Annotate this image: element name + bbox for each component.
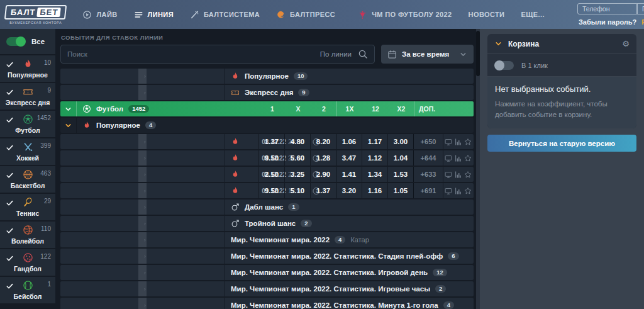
sidebar-item-baseball[interactable]: 1 Бейсбол bbox=[0, 277, 55, 303]
expand-toggle[interactable] bbox=[60, 85, 225, 100]
sidebar-item-football[interactable]: 1452 Футбол bbox=[0, 111, 55, 137]
group-row-content[interactable]: Экспресс дня 9 bbox=[225, 85, 474, 100]
league-row-content[interactable]: Тройной шанс 2 bbox=[225, 216, 474, 231]
odd-cell-x[interactable]: 3.25 bbox=[284, 167, 310, 182]
league-row-content[interactable]: Дабл шанс 1 bbox=[225, 199, 474, 215]
extra-markets-count[interactable]: +644 bbox=[413, 150, 443, 166]
statistics-icon[interactable] bbox=[454, 138, 463, 146]
sidebar-item-basketball[interactable]: 463 Баскетбол bbox=[0, 166, 55, 193]
favorite-star-icon[interactable] bbox=[464, 187, 472, 195]
odd-cell-1x[interactable]: 3.47 bbox=[336, 150, 362, 166]
check-icon[interactable] bbox=[6, 227, 14, 235]
odd-cell-12[interactable]: 1.16 bbox=[362, 183, 387, 198]
baltbet-logo[interactable]: БАЛТ БЕТ БУКМЕКЕРСКАЯ КОНТОРА bbox=[5, 5, 66, 25]
menu-item-line[interactable]: ЛИНИЯ bbox=[134, 10, 174, 20]
subgroup-row-content[interactable]: Популярное 4 bbox=[77, 118, 474, 133]
odd-cell-1[interactable]: 9.50 bbox=[258, 150, 284, 166]
check-icon[interactable] bbox=[6, 143, 14, 152]
sidebar-item-volleyball[interactable]: 110 Волейбол bbox=[0, 222, 55, 248]
broadcast-monitor-icon[interactable] bbox=[444, 154, 453, 162]
match-row-content[interactable]: Палермо — Комо 08.12.22 22:30 bbox=[225, 167, 258, 182]
league-row-content[interactable]: Мир. Чемпионат мира. 2022. Статистика. С… bbox=[225, 249, 474, 264]
odd-cell-x2[interactable]: 1.53 bbox=[387, 167, 413, 182]
check-icon[interactable] bbox=[6, 171, 14, 179]
password-input[interactable] bbox=[637, 3, 644, 14]
sidebar-item-popular[interactable]: 10 Популярное bbox=[0, 55, 55, 82]
match-row-content[interactable]: Шавиш — Порту 08.12.22 22:00 bbox=[225, 150, 258, 166]
expand-toggle[interactable] bbox=[60, 167, 225, 182]
old-version-button[interactable]: Вернуться на старую версию bbox=[487, 135, 636, 152]
expand-toggle[interactable] bbox=[60, 249, 225, 264]
gear-icon[interactable]: ⚙ bbox=[622, 39, 630, 48]
odd-cell-1x[interactable]: 1.41 bbox=[336, 167, 362, 182]
menu-item-worldcup[interactable]: ЧМ ПО ФУТБОЛУ 2022 bbox=[358, 10, 452, 20]
league-row-content[interactable]: Мир. Чемпионат мира. 2022. Статистика. И… bbox=[225, 265, 474, 280]
expand-toggle[interactable] bbox=[60, 69, 225, 84]
odd-cell-2[interactable]: 2.90 bbox=[310, 167, 336, 182]
broadcast-monitor-icon[interactable] bbox=[444, 187, 453, 195]
check-icon[interactable] bbox=[6, 60, 14, 69]
extra-markets-count[interactable]: +691 bbox=[413, 183, 443, 198]
collapse-toggle[interactable] bbox=[60, 101, 77, 116]
sport-header-content[interactable]: Футбол 1452 bbox=[77, 101, 259, 116]
collapse-toggle[interactable] bbox=[60, 118, 77, 133]
check-icon[interactable] bbox=[6, 199, 14, 207]
menu-item-live[interactable]: ЛАЙВ bbox=[82, 10, 117, 20]
favorite-star-icon[interactable] bbox=[464, 171, 472, 179]
odd-cell-12[interactable]: 1.12 bbox=[362, 150, 387, 166]
favorite-star-icon[interactable] bbox=[464, 138, 472, 146]
broadcast-monitor-icon[interactable] bbox=[444, 171, 453, 179]
expand-toggle[interactable] bbox=[60, 183, 225, 198]
search-mode-label[interactable]: По линии bbox=[320, 50, 352, 58]
sidebar-item-express[interactable]: 9 Экспресс дня bbox=[0, 83, 55, 110]
search-icon[interactable] bbox=[358, 49, 368, 59]
odd-cell-1[interactable]: 9.50 bbox=[258, 183, 284, 198]
check-icon[interactable] bbox=[6, 282, 14, 290]
league-row-content[interactable]: Мир. Чемпионат мира. 2022 4 Катар bbox=[225, 232, 474, 247]
check-icon[interactable] bbox=[6, 116, 14, 124]
menu-item-baltsystem[interactable]: БАЛТСИСТЕМА bbox=[190, 10, 260, 20]
expand-toggle[interactable] bbox=[60, 199, 225, 215]
forgot-password-link[interactable]: Забыли пароль? bbox=[579, 18, 636, 26]
match-row-content[interactable]: Хорватия — Бразилия 09.12.22 18:00 bbox=[225, 183, 258, 198]
all-sports-toggle[interactable] bbox=[6, 37, 25, 46]
group-row-content[interactable]: Популярное 10 bbox=[225, 69, 474, 84]
odd-cell-x2[interactable]: 1.05 bbox=[387, 183, 413, 198]
search-input[interactable] bbox=[67, 50, 314, 58]
check-icon[interactable] bbox=[6, 254, 14, 262]
statistics-icon[interactable] bbox=[454, 154, 463, 162]
expand-toggle[interactable] bbox=[60, 298, 225, 309]
odd-cell-1x[interactable]: 1.06 bbox=[336, 134, 362, 149]
extra-markets-count[interactable]: +633 bbox=[413, 167, 443, 182]
odd-cell-1x[interactable]: 3.20 bbox=[336, 183, 362, 198]
expand-toggle[interactable] bbox=[60, 216, 225, 231]
chevron-down-icon[interactable] bbox=[494, 40, 502, 48]
favorite-star-icon[interactable] bbox=[464, 154, 472, 162]
odd-cell-x2[interactable]: 1.04 bbox=[387, 150, 413, 166]
expand-toggle[interactable] bbox=[60, 232, 225, 247]
phone-input[interactable] bbox=[577, 3, 637, 14]
odd-cell-x[interactable]: 4.80 bbox=[284, 134, 310, 149]
menu-item-baltpress[interactable]: БАЛТПРЕСС bbox=[276, 10, 335, 20]
expand-toggle[interactable] bbox=[60, 281, 225, 296]
sidebar-item-tennis[interactable]: 29 Теннис bbox=[0, 194, 55, 220]
menu-item-more[interactable]: ЕЩЕ... bbox=[521, 11, 544, 18]
odd-cell-2[interactable]: 1.37 bbox=[310, 183, 336, 198]
odd-cell-1[interactable]: 2.50 bbox=[258, 167, 284, 182]
menu-item-news[interactable]: НОВОСТИ bbox=[469, 11, 505, 18]
sidebar-item-hockey[interactable]: 399 Хоккей bbox=[0, 138, 55, 165]
odd-cell-x[interactable]: 5.10 bbox=[284, 183, 310, 198]
register-link[interactable]: Регистрация bbox=[641, 18, 644, 26]
odd-cell-1[interactable]: 1.37 bbox=[258, 134, 284, 149]
expand-toggle[interactable] bbox=[60, 150, 225, 166]
league-row-content[interactable]: Мир. Чемпионат мира. 2022. Статистика. М… bbox=[225, 298, 474, 309]
broadcast-monitor-icon[interactable] bbox=[444, 138, 453, 146]
statistics-icon[interactable] bbox=[454, 171, 463, 179]
scrollbar-thumb[interactable] bbox=[476, 31, 480, 76]
odd-cell-12[interactable]: 1.34 bbox=[362, 167, 387, 182]
odd-cell-x2[interactable]: 3.00 bbox=[387, 134, 413, 149]
odd-cell-12[interactable]: 1.17 bbox=[362, 134, 387, 149]
league-row-content[interactable]: Мир. Чемпионат мира. 2022. Статистика. И… bbox=[225, 281, 474, 296]
match-row-content[interactable]: Леванте — Понферрадина 08.12.22 20:30 bbox=[225, 134, 258, 149]
expand-toggle[interactable] bbox=[60, 134, 225, 149]
